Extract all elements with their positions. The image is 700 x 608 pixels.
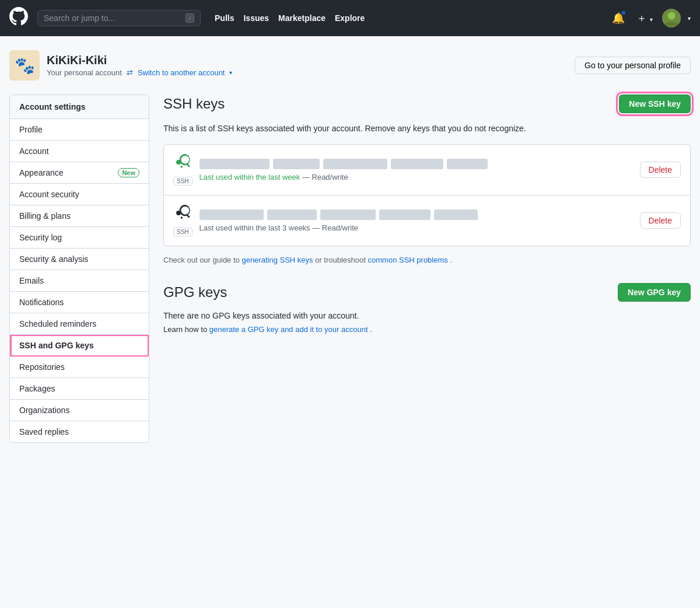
key-last-used-1: Last used within the last week (200, 173, 300, 181)
gpg-empty-text: There are no GPG keys associated with yo… (163, 311, 691, 320)
generate-gpg-key-link[interactable]: generate a GPG key and add it to your ac… (209, 325, 368, 334)
account-avatar: 🐾 (9, 50, 40, 81)
chevron-down-icon: ▾ (650, 16, 653, 23)
sidebar-item-ssh-gpg[interactable]: SSH and GPG keys (10, 335, 149, 357)
plus-icon: ＋ (636, 12, 647, 24)
svg-point-1 (668, 12, 676, 20)
key-icon-wrap-2: SSH (173, 205, 192, 236)
sidebar-item-repositories[interactable]: Repositories (10, 357, 149, 378)
notifications-bell-button[interactable]: 🔔 (610, 9, 627, 27)
common-ssh-problems-link[interactable]: common SSH problems (368, 256, 448, 264)
key-access-separator-1: — Read/write (302, 173, 348, 181)
personal-profile-button[interactable]: Go to your personal profile (575, 57, 691, 74)
key-blur-4 (391, 159, 443, 169)
sidebar-item-security-log[interactable]: Security log (10, 227, 149, 249)
topnav-right-actions: 🔔 ＋ ▾ ▾ (610, 9, 691, 27)
sidebar-header: Account settings (10, 95, 149, 119)
key-icon-wrap-1: SSH (173, 154, 192, 186)
content-layout: Account settings Profile Account Appeara… (9, 95, 691, 443)
ssh-section-description: This is a list of SSH keys associated wi… (163, 123, 691, 135)
key-icon-1 (174, 154, 191, 174)
gpg-keys-section: GPG keys New GPG key There are no GPG ke… (163, 283, 691, 334)
sidebar-item-appearance[interactable]: Appearance New (10, 162, 149, 184)
key-info-2: Last used within the last 3 weeks — Read… (200, 209, 633, 232)
key-blur-1 (200, 159, 270, 169)
new-ssh-key-button[interactable]: New SSH key (619, 95, 691, 113)
avatar-chevron-icon: ▾ (688, 15, 691, 22)
key-blur-8 (320, 209, 376, 220)
appearance-label: Appearance (19, 168, 64, 177)
key-blur-2 (273, 159, 320, 169)
key-blurred-2 (200, 209, 633, 220)
pulls-link[interactable]: Pulls (215, 13, 234, 23)
sidebar-item-saved-replies[interactable]: Saved replies (10, 421, 149, 442)
switch-icon: ⇄ (127, 68, 133, 77)
sidebar-item-security-analysis[interactable]: Security & analysis (10, 249, 149, 270)
gpg-section-header: GPG keys New GPG key (163, 283, 691, 302)
key-blur-5 (447, 159, 488, 169)
sidebar-item-billing[interactable]: Billing & plans (10, 205, 149, 227)
github-logo-icon[interactable] (9, 7, 28, 29)
ssh-key-list: SSH Last used within the las (163, 144, 691, 246)
key-meta-1: Last used within the last week — Read/wr… (200, 173, 633, 181)
switch-account-link[interactable]: Switch to another account (138, 68, 225, 77)
account-username: KiKiKi-Kiki (47, 54, 232, 67)
key-blur-9 (379, 209, 430, 220)
key-meta-2: Last used within the last 3 weeks — Read… (200, 223, 633, 232)
search-bar[interactable]: / (37, 10, 201, 26)
sidebar-item-emails[interactable]: Emails (10, 270, 149, 292)
ssh-key-item-1: SSH Last used within the las (164, 145, 690, 195)
account-header: 🐾 KiKiKi-Kiki Your personal account ⇄ Sw… (9, 50, 691, 81)
create-new-button[interactable]: ＋ ▾ (634, 9, 655, 27)
top-navigation: / Pulls Issues Marketplace Explore 🔔 ＋ ▾… (0, 0, 700, 36)
main-content: SSH keys New SSH key This is a list of S… (163, 95, 691, 334)
key-icon-2 (174, 205, 191, 225)
account-details: KiKiKi-Kiki Your personal account ⇄ Swit… (47, 54, 232, 77)
gpg-learn-text: Learn how to generate a GPG key and add … (163, 325, 691, 334)
slash-shortcut: / (186, 13, 194, 23)
marketplace-link[interactable]: Marketplace (278, 13, 326, 23)
nav-links: Pulls Issues Marketplace Explore (215, 13, 365, 23)
account-info: 🐾 KiKiKi-Kiki Your personal account ⇄ Sw… (9, 50, 232, 81)
ssh-label-2: SSH (173, 228, 192, 236)
key-info-1: Last used within the last week — Read/wr… (200, 159, 633, 181)
user-avatar-button[interactable] (662, 9, 681, 27)
delete-ssh-key-1-button[interactable]: Delete (640, 162, 681, 178)
key-blur-7 (267, 209, 317, 220)
main-wrapper: 🐾 KiKiKi-Kiki Your personal account ⇄ Sw… (0, 36, 700, 457)
generating-ssh-keys-link[interactable]: generating SSH keys (242, 256, 313, 264)
chevron-switch-icon: ▾ (229, 69, 232, 76)
new-gpg-key-button[interactable]: New GPG key (618, 283, 691, 302)
new-badge: New (118, 168, 139, 177)
key-blur-6 (200, 209, 264, 220)
key-blur-10 (434, 209, 478, 220)
issues-link[interactable]: Issues (243, 13, 269, 23)
sidebar-item-organizations[interactable]: Organizations (10, 400, 149, 421)
sidebar-item-packages[interactable]: Packages (10, 378, 149, 400)
sidebar-item-account[interactable]: Account (10, 141, 149, 162)
sidebar-item-scheduled-reminders[interactable]: Scheduled reminders (10, 313, 149, 335)
sidebar-item-profile[interactable]: Profile (10, 119, 149, 141)
key-blurred-1 (200, 159, 633, 169)
ssh-key-item-2: SSH Last used within the las (164, 195, 690, 246)
account-subtitle: Your personal account ⇄ Switch to anothe… (47, 68, 232, 77)
ssh-section-title: SSH keys (163, 96, 225, 112)
delete-ssh-key-2-button[interactable]: Delete (640, 212, 681, 229)
explore-link[interactable]: Explore (335, 13, 365, 23)
ssh-label-1: SSH (173, 177, 192, 186)
ssh-keys-section: SSH keys New SSH key This is a list of S… (163, 95, 691, 264)
notification-dot (621, 11, 626, 15)
key-last-used-2: Last used within the last 3 weeks — Read… (200, 223, 358, 232)
search-input[interactable] (44, 13, 181, 23)
sidebar-item-account-security[interactable]: Account security (10, 184, 149, 205)
ssh-footer-links: Check out our guide to generating SSH ke… (163, 256, 691, 264)
key-blur-3 (323, 159, 387, 169)
gpg-section-title: GPG keys (163, 284, 227, 300)
sidebar-item-notifications[interactable]: Notifications (10, 292, 149, 313)
settings-sidebar: Account settings Profile Account Appeara… (9, 95, 149, 443)
ssh-section-header: SSH keys New SSH key (163, 95, 691, 113)
